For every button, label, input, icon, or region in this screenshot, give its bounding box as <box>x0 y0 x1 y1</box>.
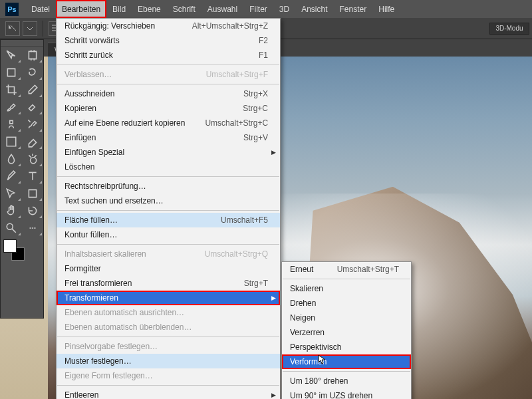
hand-tool[interactable] <box>1 202 22 219</box>
edit-menu-item-16[interactable]: Fläche füllen…Umschalt+F5 <box>57 213 280 227</box>
clone-tool[interactable] <box>1 116 22 133</box>
edit-menu-item-8[interactable]: Auf eine Ebene reduziert kopierenUmschal… <box>57 116 280 130</box>
edit-menu-item-30[interactable]: Entleeren▶ <box>57 388 280 399</box>
submenu-arrow-icon: ▶ <box>271 149 276 156</box>
blur-tool[interactable] <box>1 150 22 168</box>
transform-submenu-item-6[interactable]: Perspektivisch <box>282 340 411 354</box>
transform-submenu-item-2[interactable]: Skalieren <box>282 281 411 296</box>
edit-menu-item-2[interactable]: Schritt zurückF1 <box>57 48 280 63</box>
menu-item-label: Schritt vorwärts <box>65 36 120 45</box>
edit-menu-item-11[interactable]: Löschen <box>57 160 280 174</box>
menubar-item-3d[interactable]: 3D <box>273 0 295 18</box>
type-tool[interactable] <box>22 168 43 185</box>
menu-item-label: Drehen <box>290 299 316 308</box>
auto-select-dropdown[interactable] <box>23 21 37 36</box>
menu-item-shortcut: Umschalt+F5 <box>201 215 268 225</box>
menu-item-label: Verzerren <box>290 328 325 337</box>
healing-tool[interactable] <box>22 98 43 116</box>
menubar: Ps DateiBearbeitenBildEbeneSchriftAuswah… <box>0 0 532 18</box>
menu-item-shortcut: Strg+T <box>224 279 268 288</box>
menu-item-label: Eigene Form festlegen… <box>65 371 153 380</box>
menu-item-label: Um 180° drehen <box>290 376 348 386</box>
eraser-tool[interactable] <box>22 133 43 150</box>
menubar-item-hilfe[interactable]: Hilfe <box>372 0 400 18</box>
edit-menu-item-0[interactable]: Rückgängig: VerschiebenAlt+Umschalt+Strg… <box>57 19 280 33</box>
edit-menu-item-17[interactable]: Kontur füllen… <box>57 227 280 242</box>
dodge-tool[interactable] <box>22 150 43 168</box>
transform-submenu-item-4[interactable]: Neigen <box>282 311 411 325</box>
menu-item-shortcut: Umschalt+Strg+T <box>317 265 399 274</box>
shape-tool[interactable] <box>22 185 43 202</box>
transform-submenu-item-3[interactable]: Drehen <box>282 296 411 311</box>
transform-submenu-item-5[interactable]: Verzerren <box>282 325 411 340</box>
menu-separator <box>57 336 279 337</box>
path-select-tool[interactable] <box>1 185 22 202</box>
edit-menu-item-26: Pinselvorgabe festlegen… <box>57 339 280 354</box>
menu-item-label: Kopieren <box>65 104 96 113</box>
menu-separator <box>283 371 410 372</box>
transform-submenu-item-7[interactable]: Verformen <box>282 354 411 369</box>
pen-tool[interactable] <box>1 168 22 185</box>
eyedropper-tool[interactable] <box>22 81 43 98</box>
menu-item-label: Um 90° im UZS drehen <box>290 391 372 399</box>
menu-item-label: Pinselvorgabe festlegen… <box>65 342 158 351</box>
edit-menu-item-6[interactable]: AusschneidenStrg+X <box>57 86 280 101</box>
menu-item-label: Perspektivisch <box>290 342 341 352</box>
menu-item-label: Frei transformieren <box>65 279 132 288</box>
menu-item-shortcut: Strg+X <box>223 89 268 98</box>
edit-menu-item-14[interactable]: Text suchen und ersetzen… <box>57 194 280 208</box>
rotate-view-tool[interactable] <box>22 202 43 219</box>
color-swatches[interactable] <box>1 237 43 263</box>
menu-item-label: Ebenen automatisch überblenden… <box>65 323 192 332</box>
edit-menu-item-9[interactable]: EinfügenStrg+V <box>57 130 280 145</box>
app-logo: Ps <box>5 3 19 16</box>
edit-menu-item-19: Inhaltsbasiert skalierenUmschalt+Strg+Q <box>57 247 280 261</box>
edit-menu-item-10[interactable]: Einfügen Spezial▶ <box>57 145 280 160</box>
edit-menu-item-20[interactable]: Formgitter <box>57 261 280 276</box>
menu-item-shortcut: F2 <box>239 36 268 45</box>
lasso-tool[interactable] <box>22 64 43 81</box>
zoom-tool[interactable] <box>1 219 22 237</box>
menubar-item-fenster[interactable]: Fenster <box>334 0 373 18</box>
menu-item-label: Neigen <box>290 313 315 323</box>
foreground-color-swatch[interactable] <box>3 239 17 253</box>
menu-item-label: Verblassen… <box>65 70 112 79</box>
crop-tool[interactable] <box>1 81 22 98</box>
menu-item-label: Ebenen automatisch ausrichten… <box>65 308 184 317</box>
3d-mode-button[interactable]: 3D-Modu <box>489 23 529 35</box>
menu-item-label: Inhaltsbasiert skalieren <box>65 249 146 259</box>
menubar-item-filter[interactable]: Filter <box>243 0 273 18</box>
menubar-item-bild[interactable]: Bild <box>106 0 132 18</box>
menubar-item-bearbeiten[interactable]: Bearbeiten <box>56 0 106 18</box>
toolbox-grip[interactable] <box>1 40 43 47</box>
edit-menu-item-1[interactable]: Schritt vorwärtsF2 <box>57 33 280 48</box>
gradient-tool[interactable] <box>1 133 22 150</box>
edit-menu-item-7[interactable]: KopierenStrg+C <box>57 101 280 116</box>
menu-item-label: Kontur füllen… <box>65 230 117 239</box>
edit-menu-item-27[interactable]: Muster festlegen… <box>57 354 280 368</box>
transform-submenu-item-0[interactable]: ErneutUmschalt+Strg+T <box>282 262 411 277</box>
edit-toolbar-tool[interactable] <box>22 219 43 237</box>
history-brush-tool[interactable] <box>22 116 43 133</box>
menu-item-label: Rechtschreibprüfung… <box>65 182 146 191</box>
menu-item-label: Muster festlegen… <box>65 356 132 366</box>
menubar-item-schrift[interactable]: Schrift <box>167 0 201 18</box>
transform-submenu-item-10[interactable]: Um 90° im UZS drehen <box>282 388 411 399</box>
brush-tool[interactable] <box>1 98 22 116</box>
menu-item-label: Entleeren <box>65 390 98 399</box>
edit-menu-item-13[interactable]: Rechtschreibprüfung… <box>57 179 280 194</box>
menubar-item-datei[interactable]: Datei <box>25 0 56 18</box>
artboard-tool[interactable] <box>22 47 43 64</box>
marquee-tool[interactable] <box>1 64 22 81</box>
toolbox <box>0 39 44 319</box>
menu-item-label: Löschen <box>65 162 94 172</box>
transform-submenu-item-9[interactable]: Um 180° drehen <box>282 374 411 388</box>
submenu-arrow-icon: ▶ <box>271 295 276 301</box>
edit-menu-item-21[interactable]: Frei transformierenStrg+T <box>57 276 280 291</box>
menubar-item-auswahl[interactable]: Auswahl <box>201 0 243 18</box>
edit-menu-item-22[interactable]: Transformieren▶ <box>57 291 280 305</box>
tool-preset-picker[interactable] <box>5 21 20 36</box>
menubar-item-ebene[interactable]: Ebene <box>132 0 167 18</box>
menubar-item-ansicht[interactable]: Ansicht <box>295 0 333 18</box>
move-tool[interactable] <box>1 47 22 64</box>
